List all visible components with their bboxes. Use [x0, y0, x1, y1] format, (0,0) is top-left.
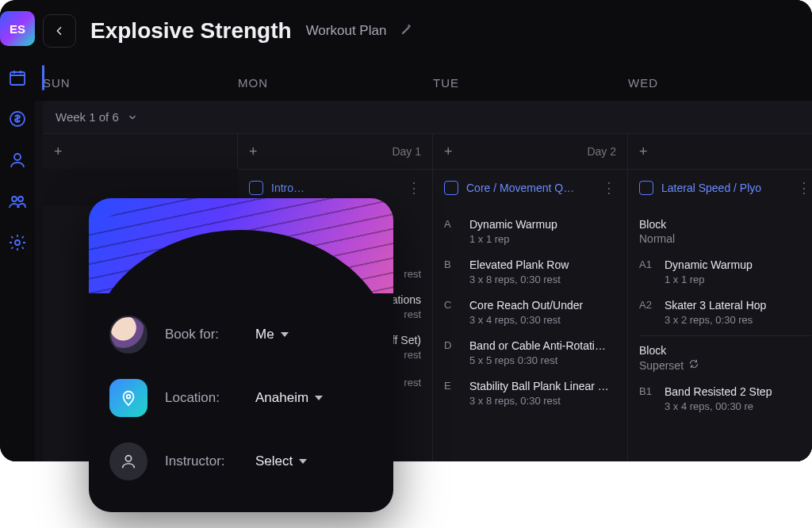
nav-profile-icon[interactable]	[0, 143, 35, 178]
booking-rows: Book for: Me Location: Anaheim Instructo…	[89, 293, 393, 480]
nav-calendar-icon[interactable]	[0, 60, 35, 95]
workout-title-text: Lateral Speed / Plyo	[661, 182, 789, 194]
block-row: Block Superset	[639, 335, 811, 378]
book-for-select[interactable]: Me	[255, 327, 289, 342]
day-label-mon: Day 1	[392, 145, 421, 158]
chevron-down-icon	[127, 112, 138, 123]
day-headers: SUN MON TUE WED	[35, 55, 812, 101]
svg-point-3	[12, 197, 17, 201]
day-header-mon: MON	[238, 76, 433, 90]
edit-icon[interactable]	[400, 23, 413, 39]
week-selector[interactable]: Week 1 of 6	[43, 101, 812, 134]
day-header-tue: TUE	[433, 76, 628, 90]
checkbox-icon[interactable]	[444, 181, 458, 195]
svg-point-2	[14, 154, 21, 160]
svg-point-6	[127, 395, 131, 399]
exercise-row[interactable]: B1 Band Resisted 2 Step3 x 4 reps, 00:30…	[639, 378, 811, 419]
exercise-row[interactable]: E Stability Ball Plank Linear …3 x 8 rep…	[444, 373, 616, 413]
add-workout-tue[interactable]: +	[444, 143, 453, 160]
add-day-row: + + Day 1 + Day 2 +	[43, 134, 812, 169]
block-row: Block Normal	[639, 211, 811, 251]
caret-down-icon	[299, 459, 307, 464]
day-label-tue: Day 2	[587, 145, 616, 158]
nav-billing-icon[interactable]	[0, 101, 35, 136]
svg-point-4	[18, 197, 23, 201]
page-subtitle: Workout Plan	[306, 23, 387, 39]
exercise-row[interactable]: C Core Reach Out/Under3 x 4 reps, 0:30 r…	[444, 292, 616, 332]
location-label: Location:	[165, 390, 238, 406]
more-icon[interactable]: ⋮	[602, 179, 616, 197]
day-header-sun: SUN	[43, 76, 238, 90]
caret-down-icon	[315, 396, 323, 400]
location-pin-icon	[109, 379, 147, 417]
add-cell-mon: + Day 1	[238, 134, 433, 169]
refresh-icon	[688, 358, 699, 372]
location-row: Location: Anaheim	[109, 379, 373, 417]
checkbox-icon[interactable]	[249, 181, 263, 195]
add-cell-sun: +	[43, 134, 238, 169]
app-logo: ES	[0, 11, 35, 46]
add-cell-wed: +	[628, 134, 812, 169]
workout-title-text: Intro…	[271, 182, 399, 194]
add-cell-tue: + Day 2	[433, 134, 628, 169]
add-workout-mon[interactable]: +	[249, 143, 258, 160]
exercise-row[interactable]: A1 Dynamic Warmup1 x 1 rep	[639, 251, 811, 292]
person-icon	[109, 442, 147, 480]
add-workout-sun[interactable]: +	[54, 143, 63, 160]
more-icon[interactable]: ⋮	[407, 179, 421, 197]
svg-point-7	[125, 456, 131, 461]
instructor-select[interactable]: Select	[255, 453, 307, 469]
add-workout-wed[interactable]: +	[639, 143, 648, 160]
week-selector-label: Week 1 of 6	[56, 110, 119, 124]
nav-settings-icon[interactable]	[0, 225, 35, 260]
page-header: Explosive Strength Workout Plan	[35, 0, 812, 55]
workout-title-tue[interactable]: Core / Movement Q… ⋮	[433, 169, 628, 206]
svg-point-5	[15, 240, 20, 245]
checkbox-icon[interactable]	[639, 181, 653, 195]
booking-hero	[89, 198, 393, 293]
day-header-wed: WED	[628, 76, 812, 90]
exercise-col-wed: Block Normal A1 Dynamic Warmup1 x 1 rep …	[628, 206, 812, 461]
caret-down-icon	[281, 332, 289, 337]
left-sidebar: ES	[0, 0, 35, 461]
book-for-row: Book for: Me	[109, 316, 373, 354]
workout-title-text: Core / Movement Q…	[466, 182, 594, 194]
more-icon[interactable]: ⋮	[797, 179, 811, 197]
booking-card: Book for: Me Location: Anaheim Instructo…	[89, 198, 393, 512]
page-title: Explosive Strength	[90, 18, 292, 44]
exercise-row[interactable]: A Dynamic Warmup1 x 1 rep	[444, 211, 616, 251]
exercise-col-tue: A Dynamic Warmup1 x 1 rep B Elevated Pla…	[433, 206, 628, 461]
book-for-label: Book for:	[165, 327, 238, 342]
exercise-row[interactable]: A2 Skater 3 Lateral Hop3 x 2 reps, 0:30 …	[639, 292, 811, 332]
instructor-row: Instructor: Select	[109, 442, 373, 480]
svg-rect-0	[10, 72, 25, 85]
exercise-row[interactable]: D Band or Cable Anti-Rotati…5 x 5 reps 0…	[444, 332, 616, 373]
nav-team-icon[interactable]	[0, 184, 35, 219]
location-select[interactable]: Anaheim	[255, 390, 323, 406]
avatar	[109, 316, 147, 354]
exercise-row[interactable]: B Elevated Plank Row3 x 8 reps, 0:30 res…	[444, 251, 616, 292]
instructor-label: Instructor:	[165, 453, 238, 469]
back-button[interactable]	[43, 14, 76, 48]
workout-title-wed[interactable]: Lateral Speed / Plyo ⋮	[628, 169, 812, 206]
